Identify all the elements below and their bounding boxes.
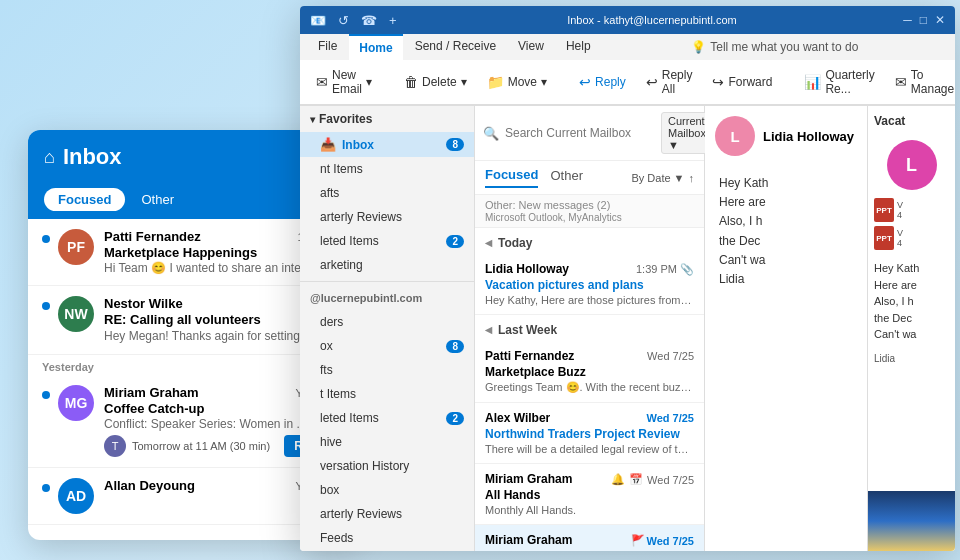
unread-dot: [42, 484, 50, 492]
window-controls: ─ □ ✕: [903, 13, 945, 27]
list-item[interactable]: Miriam Graham 🚩 Wed 7/25 Marketing Strat…: [475, 525, 704, 551]
sidebar-item-inbox[interactable]: 📥 Inbox 8: [300, 132, 474, 157]
mobile-header-left: ⌂ Inbox: [44, 144, 122, 170]
sidebar-item-feeds[interactable]: Feeds: [300, 526, 474, 550]
sidebar-item-deleted2[interactable]: leted Items 2: [300, 406, 474, 430]
sidebar-item-quarterly[interactable]: arterly Reviews: [300, 205, 474, 229]
forward-icon: ↪: [712, 74, 724, 90]
sender-name: Allan Deyoung: [104, 478, 195, 493]
close-button[interactable]: ✕: [935, 13, 945, 27]
sidebar-item-quarterly2[interactable]: arterly Reviews: [300, 502, 474, 526]
sidebar-item-drafts[interactable]: afts: [300, 181, 474, 205]
list-item[interactable]: Alex Wilber Wed 7/25 Northwind Traders P…: [475, 403, 704, 464]
chevron-down-icon: ▾: [310, 114, 315, 125]
search-bar: 🔍 Current Mailbox ▼: [475, 106, 704, 161]
outlook-icon: 📧: [310, 13, 326, 28]
ppt-icon: PPT: [874, 198, 894, 222]
group-header-last-week: Last Week: [475, 315, 704, 341]
sender-name: Patti Fernandez: [104, 229, 201, 244]
tab-other[interactable]: Other: [131, 188, 184, 211]
sidebar-item-search-folders[interactable]: ch Folders: [300, 550, 474, 551]
sidebar-item-inbox2[interactable]: ox 8: [300, 334, 474, 358]
sidebar-item-items[interactable]: t Items: [300, 382, 474, 406]
email-list-items: Other: New messages (2) Microsoft Outloo…: [475, 195, 704, 551]
bell-icon: 🔔: [611, 473, 625, 486]
tab-help[interactable]: Help: [556, 34, 601, 60]
search-input[interactable]: [505, 126, 655, 140]
flag-icon: 🚩: [631, 534, 645, 547]
vacation-sig: Lidia: [868, 349, 955, 368]
tab-send-receive[interactable]: Send / Receive: [405, 34, 506, 60]
reading-pane-sender: Lidia Holloway: [763, 129, 854, 144]
account-section: @lucernepubintl.com: [300, 286, 474, 310]
reminder-text: Tomorrow at 11 AM (30 min): [132, 440, 270, 452]
separator: [300, 281, 474, 282]
teams-icon: T: [104, 435, 126, 457]
back-nav[interactable]: ↺: [334, 11, 353, 30]
minimize-button[interactable]: ─: [903, 13, 912, 27]
vacation-avatar: L: [887, 140, 937, 190]
quarterly-button[interactable]: 📊 Quarterly Re...: [796, 64, 882, 100]
outlook-window: 📧 ↺ ☎ + Inbox - kathyt@lucernepubintl.co…: [300, 6, 955, 551]
file-item[interactable]: PPT V4: [874, 226, 949, 250]
vacation-text: Hey KathHere areAlso, I hthe DecCan't wa: [868, 254, 955, 349]
reply-all-button[interactable]: ↩ Reply All: [638, 64, 701, 100]
reply-icon: ↩: [579, 74, 591, 90]
avatar: AD: [58, 478, 94, 514]
sidebar-item-history[interactable]: versation History: [300, 454, 474, 478]
unread-dot: [42, 235, 50, 243]
quarterly-icon: 📊: [804, 74, 821, 90]
ribbon-actions: ✉ New Email ▾ 🗑 Delete ▾ 📁 Move ▾ ↩ Repl…: [300, 60, 955, 105]
vacation-files: PPT V4 PPT V4: [868, 194, 955, 254]
sidebar-item-folders[interactable]: ders: [300, 310, 474, 334]
to-manager-button[interactable]: ✉ To Manager: [887, 64, 955, 100]
delete-button[interactable]: 🗑 Delete ▾: [396, 70, 475, 94]
title-bar-nav: ↺ ☎ +: [334, 11, 401, 30]
ribbon-tabs: File Home Send / Receive View Help 💡 Tel…: [300, 34, 955, 60]
other-label: Other: New messages (2) Microsoft Outloo…: [475, 195, 704, 228]
tab-focused[interactable]: Focused: [485, 167, 538, 188]
tab-home[interactable]: Home: [349, 34, 402, 60]
sidebar-item-marketing[interactable]: arketing: [300, 253, 474, 277]
file-info: V4: [897, 200, 903, 220]
main-content: ▾ Favorites 📥 Inbox 8 nt Items afts arte…: [300, 106, 955, 551]
new-email-icon: ✉: [316, 74, 328, 90]
sidebar-item-inbox3[interactable]: box: [300, 478, 474, 502]
reply-all-icon: ↩: [646, 74, 658, 90]
move-button[interactable]: 📁 Move ▾: [479, 70, 555, 94]
attachment-icon: 📎: [680, 263, 694, 275]
maximize-button[interactable]: □: [920, 13, 927, 27]
avatar: MG: [58, 385, 94, 421]
tab-focused[interactable]: Focused: [44, 188, 125, 211]
list-item[interactable]: Lidia Holloway 1:39 PM 📎 Vacation pictur…: [475, 254, 704, 315]
move-icon: 📁: [487, 74, 504, 90]
reply-button[interactable]: ↩ Reply: [571, 70, 634, 94]
sidebar-item-sent[interactable]: nt Items: [300, 157, 474, 181]
sidebar-item-drafts2[interactable]: fts: [300, 358, 474, 382]
sidebar-item-deleted[interactable]: leted Items 2: [300, 229, 474, 253]
left-nav: ▾ Favorites 📥 Inbox 8 nt Items afts arte…: [300, 106, 475, 551]
add-icon[interactable]: +: [385, 11, 401, 30]
tab-other[interactable]: Other: [550, 168, 583, 187]
file-item[interactable]: PPT V4: [874, 198, 949, 222]
reading-pane-body: Hey Kath Here are Also, I h the Dec Can'…: [705, 162, 867, 301]
tab-file[interactable]: File: [308, 34, 347, 60]
city-photo: [868, 491, 955, 551]
sender-name: Nestor Wilke: [104, 296, 183, 311]
phone-icon: ☎: [357, 11, 381, 30]
list-item[interactable]: Patti Fernandez Wed 7/25 Marketplace Buz…: [475, 341, 704, 403]
tab-view[interactable]: View: [508, 34, 554, 60]
new-email-button[interactable]: ✉ New Email ▾: [308, 64, 380, 100]
sidebar-item-archive[interactable]: hive: [300, 430, 474, 454]
search-icon: 🔍: [483, 126, 499, 141]
calendar-icon: 📅: [629, 473, 643, 486]
forward-button[interactable]: ↪ Forward: [704, 70, 780, 94]
unread-dot: [42, 391, 50, 399]
sort-controls[interactable]: By Date ▼ ↑: [631, 172, 694, 184]
tell-me-search[interactable]: 💡 Tell me what you want to do: [603, 34, 947, 60]
avatar: PF: [58, 229, 94, 265]
vacation-panel: Vacat L PPT V4 PPT V4 Hey KathHere areAl…: [867, 106, 955, 551]
list-item[interactable]: Miriam Graham 🔔 📅 Wed 7/25 All Hands Mon…: [475, 464, 704, 525]
favorites-header[interactable]: ▾ Favorites: [300, 106, 474, 132]
title-bar: 📧 ↺ ☎ + Inbox - kathyt@lucernepubintl.co…: [300, 6, 955, 34]
